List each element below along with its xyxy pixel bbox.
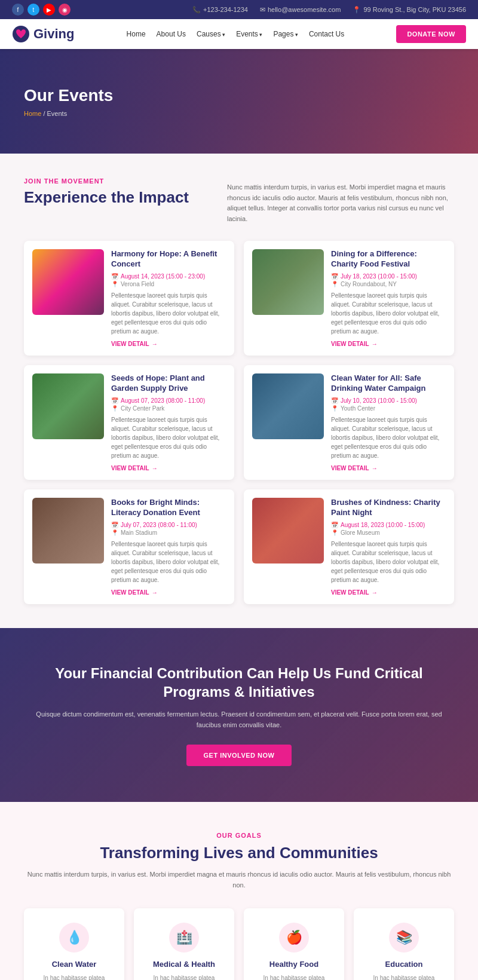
event-date: 📅 July 10, 2023 (10:00 - 15:00) [331, 397, 446, 404]
event-detail-link[interactable]: VIEW DETAIL [331, 589, 446, 596]
event-text: Pellentesque laoreet quis turpis quis al… [331, 291, 446, 336]
event-card: Harmony for Hope: A Benefit Concert 📅 Au… [24, 241, 234, 356]
goal-text: In hac habitasse platea dictumst. Aliqua… [33, 973, 115, 980]
event-date: 📅 July 18, 2023 (10:00 - 15:00) [331, 273, 446, 280]
instagram-icon[interactable]: ◉ [59, 4, 71, 16]
top-bar-social: f t ▶ ◉ [12, 4, 71, 16]
breadcrumb: Home / Events [24, 110, 113, 117]
goal-title: Medical & Health [143, 960, 225, 969]
logo[interactable]: Giving [12, 25, 74, 43]
hero-title: Our Events [24, 86, 113, 105]
goal-card-food: 🍎 Healthy Food In hac habitasse platea d… [244, 908, 344, 980]
nav-events[interactable]: Events [236, 30, 262, 38]
goal-text: In hac habitasse platea dictumst. Aliqua… [363, 973, 445, 980]
event-detail-link[interactable]: VIEW DETAIL [331, 465, 446, 471]
navbar: Giving Home About Us Causes Events Pages… [0, 19, 478, 49]
event-date: 📅 August 14, 2023 (15:00 - 23:00) [111, 273, 226, 280]
event-card: Dining for a Difference: Charity Food Fe… [244, 241, 454, 356]
event-info: Brushes of Kindness: Charity Paint Night… [331, 498, 446, 596]
event-image [32, 249, 104, 315]
health-icon: 🏥 [176, 930, 192, 945]
cta-description: Quisque dictum condimentum est, venenati… [24, 709, 454, 730]
event-title: Brushes of Kindness: Charity Paint Night [331, 498, 446, 518]
event-location: 📍 Glore Museum [331, 529, 446, 536]
event-date: 📅 July 07, 2023 (08:00 - 11:00) [111, 522, 226, 528]
nav-links: Home About Us Causes Events Pages Contac… [127, 30, 345, 38]
event-text: Pellentesque laoreet quis turpis quis al… [331, 540, 446, 584]
events-section: JOIN THE MOVEMENT Experience the Impact … [0, 154, 478, 628]
event-image [252, 249, 324, 315]
event-location: 📍 Youth Center [331, 405, 446, 412]
water-icon: 💧 [66, 930, 82, 945]
goal-title: Education [363, 960, 445, 969]
event-info: Clean Water for All: Safe Drinking Water… [331, 373, 446, 471]
event-location: 📍 Main Stadium [111, 529, 226, 536]
event-date: 📅 August 18, 2023 (10:00 - 15:00) [331, 522, 446, 528]
goals-description: Nunc mattis interdum turpis, in varius e… [24, 869, 454, 890]
nav-contact[interactable]: Contact Us [309, 30, 344, 38]
event-info: Books for Bright Minds: Literacy Donatio… [111, 498, 226, 596]
hero-section: Our Events Home / Events [0, 49, 478, 154]
event-title: Clean Water for All: Safe Drinking Water… [331, 373, 446, 394]
breadcrumb-current: Events [47, 110, 68, 117]
event-detail-link[interactable]: VIEW DETAIL [331, 341, 446, 347]
event-text: Pellentesque laoreet quis turpis quis al… [111, 291, 226, 336]
nav-causes[interactable]: Causes [197, 30, 225, 38]
cta-title: Your Financial Contribution Can Help Us … [24, 664, 454, 701]
event-text: Pellentesque laoreet quis turpis quis al… [331, 415, 446, 460]
donate-button[interactable]: DONATE NOW [396, 25, 466, 43]
goal-text: In hac habitasse platea dictumst. Aliqua… [253, 973, 335, 980]
event-date: 📅 August 07, 2023 (08:00 - 11:00) [111, 397, 226, 404]
top-bar: f t ▶ ◉ 📞 +123-234-1234 ✉ hello@awesomes… [0, 0, 478, 19]
section-description: Nunc mattis interdum turpis, in varius e… [227, 177, 454, 224]
cta-section: Your Financial Contribution Can Help Us … [0, 628, 478, 803]
event-card: Clean Water for All: Safe Drinking Water… [244, 365, 454, 480]
goal-icon-wrap: 💧 [59, 923, 89, 953]
twitter-icon[interactable]: t [27, 4, 39, 16]
logo-icon [12, 25, 30, 43]
youtube-icon[interactable]: ▶ [43, 4, 55, 16]
event-card: Brushes of Kindness: Charity Paint Night… [244, 489, 454, 604]
event-title: Harmony for Hope: A Benefit Concert [111, 249, 226, 270]
goal-card-health: 🏥 Medical & Health In hac habitasse plat… [134, 908, 234, 980]
nav-home[interactable]: Home [127, 30, 146, 38]
goal-card-education: 📚 Education In hac habitasse platea dict… [354, 908, 454, 980]
section-label: JOIN THE MOVEMENT [24, 177, 189, 185]
goal-icon-wrap: 📚 [389, 923, 419, 953]
goals-label: OUR GOALS [24, 832, 454, 839]
get-involved-button[interactable]: GET INVOLVED NOW [186, 745, 291, 766]
event-image [252, 498, 324, 564]
event-detail-link[interactable]: VIEW DETAIL [111, 341, 226, 347]
goals-section: OUR GOALS Transforming Lives and Communi… [0, 802, 478, 980]
event-image [32, 498, 104, 564]
nav-about[interactable]: About Us [157, 30, 186, 38]
goals-grid: 💧 Clean Water In hac habitasse platea di… [24, 908, 454, 980]
event-text: Pellentesque laoreet quis turpis quis al… [111, 415, 226, 460]
event-card: Books for Bright Minds: Literacy Donatio… [24, 489, 234, 604]
event-detail-link[interactable]: VIEW DETAIL [111, 589, 226, 596]
goal-text: In hac habitasse platea dictumst. Aliqua… [143, 973, 225, 980]
event-title: Seeds of Hope: Plant and Garden Supply D… [111, 373, 226, 394]
goal-title: Clean Water [33, 960, 115, 969]
goal-title: Healthy Food [253, 960, 335, 969]
nav-pages[interactable]: Pages [273, 30, 298, 38]
section-header: JOIN THE MOVEMENT Experience the Impact … [24, 177, 454, 224]
breadcrumb-home[interactable]: Home [24, 110, 41, 117]
goals-title: Transforming Lives and Communities [24, 844, 454, 862]
event-card: Seeds of Hope: Plant and Garden Supply D… [24, 365, 234, 480]
event-detail-link[interactable]: VIEW DETAIL [111, 465, 226, 471]
hero-content: Our Events Home / Events [24, 86, 113, 117]
event-image [252, 373, 324, 439]
education-icon: 📚 [396, 930, 412, 945]
events-grid: Harmony for Hope: A Benefit Concert 📅 Au… [24, 241, 454, 604]
event-info: Harmony for Hope: A Benefit Concert 📅 Au… [111, 249, 226, 347]
event-title: Books for Bright Minds: Literacy Donatio… [111, 498, 226, 518]
event-info: Seeds of Hope: Plant and Garden Supply D… [111, 373, 226, 471]
top-bar-contact: 📞 +123-234-1234 ✉ hello@awesomesite.com … [192, 6, 466, 14]
goal-icon-wrap: 🍎 [279, 923, 309, 953]
section-title: Experience the Impact [24, 188, 189, 207]
top-bar-phone: 📞 +123-234-1234 [192, 6, 248, 14]
facebook-icon[interactable]: f [12, 4, 24, 16]
food-icon: 🍎 [286, 930, 302, 945]
section-header-left: JOIN THE MOVEMENT Experience the Impact [24, 177, 189, 207]
